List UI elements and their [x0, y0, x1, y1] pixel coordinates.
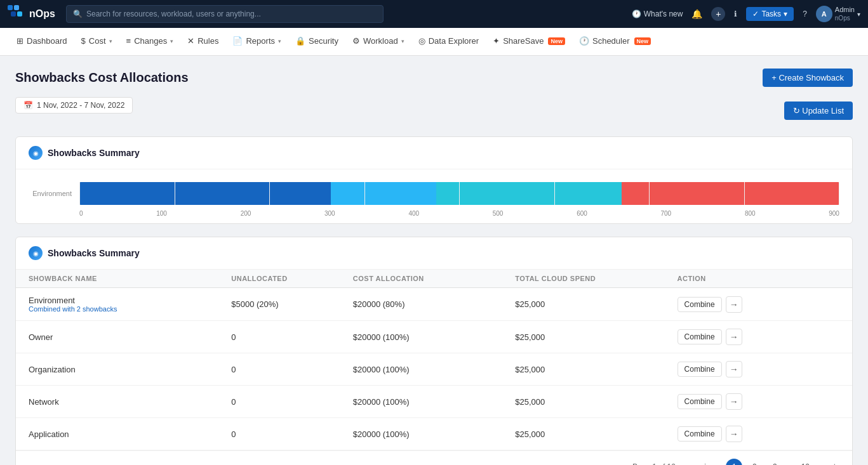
next-button[interactable]: next [817, 461, 839, 465]
x-tick-0: 0 [79, 210, 83, 217]
page-num-3[interactable]: 3 [766, 459, 783, 465]
menu-label-reports: Reports [246, 36, 275, 46]
help-icon: ? [803, 10, 807, 18]
bar-segment-blue [79, 182, 331, 205]
menu-item-security[interactable]: 🔒 Security [289, 28, 345, 56]
x-tick-300: 300 [324, 210, 335, 217]
menu-label-rules: Rules [197, 36, 218, 46]
add-btn[interactable]: + [711, 7, 725, 21]
menu-item-data-explorer[interactable]: ◎ Data Explorer [412, 28, 485, 56]
data-explorer-icon: ◎ [418, 36, 425, 46]
workload-caret: ▾ [401, 38, 404, 44]
x-tick-700: 700 [661, 210, 672, 217]
x-tick-800: 800 [745, 210, 756, 217]
chart-card: ◉ Showbacks Summary Environment [15, 136, 853, 224]
clock-icon: 🕐 [632, 10, 641, 18]
arrow-button-environment[interactable]: → [726, 296, 742, 313]
page-title: Showbacks Cost Allocations [15, 70, 189, 85]
chart-card-header: ◉ Showbacks Summary [16, 137, 852, 169]
bar-segment-red [622, 182, 839, 205]
date-range-selector[interactable]: 📅 1 Nov, 2022 - 7 Nov, 2022 [15, 97, 133, 114]
search-bar[interactable]: 🔍 Search for resources, workload, users … [66, 5, 384, 23]
tasks-icon: ✓ [752, 10, 759, 18]
arrow-button-network[interactable]: → [726, 393, 742, 410]
whats-new-label: What's new [644, 10, 683, 18]
menu-item-sharesave[interactable]: ✦ ShareSave New [486, 28, 571, 56]
menu-item-cost[interactable]: $ Cost ▾ [75, 28, 119, 56]
menu-item-rules[interactable]: ✕ Rules [181, 28, 225, 56]
scheduler-icon: 🕐 [579, 36, 589, 46]
cell-name-owner: Owner [29, 332, 231, 342]
cell-name-organization: Organization [29, 365, 231, 374]
combine-button-application[interactable]: Combine [678, 426, 722, 442]
col-total-cloud-spend: TOTAL CLOUD SPEND [515, 275, 677, 282]
menu-label-dashboard: Dashboard [27, 36, 67, 46]
x-tick-500: 500 [493, 210, 504, 217]
create-showback-button[interactable]: + Create Showback [763, 69, 853, 87]
combine-button-organization[interactable]: Combine [678, 362, 722, 377]
bar-segment-teal [436, 182, 621, 205]
top-navigation: nOps 🔍 Search for resources, workload, u… [0, 0, 868, 28]
cell-cost-application: $20000 (100%) [353, 429, 515, 439]
chart-icon: ◉ [33, 150, 39, 157]
combine-button-environment[interactable]: Combine [678, 297, 722, 312]
arrow-button-owner[interactable]: → [726, 329, 742, 345]
menu-item-reports[interactable]: 📄 Reports ▾ [226, 28, 288, 56]
x-tick-900: 900 [829, 210, 839, 217]
summary-title: Showbacks Summary [48, 248, 140, 258]
svg-rect-3 [17, 11, 22, 16]
cell-action-environment: Combine → [678, 296, 839, 313]
logo[interactable]: nOps [8, 5, 58, 23]
menu-label-workload: Workload [363, 36, 398, 46]
chart-bars [79, 182, 839, 205]
cost-caret: ▾ [109, 38, 112, 44]
menu-label-sharesave: ShareSave [503, 36, 544, 46]
tasks-button[interactable]: ✓ Tasks ▾ [746, 7, 794, 21]
menu-item-scheduler[interactable]: 🕐 Scheduler New [573, 28, 657, 56]
cell-spend-network: $25,000 [515, 397, 677, 407]
help-btn[interactable]: ? [803, 10, 807, 18]
combine-button-owner[interactable]: Combine [678, 329, 722, 344]
user-menu[interactable]: A Admin nOps ▾ [816, 6, 860, 22]
arrow-button-application[interactable]: → [726, 426, 742, 442]
col-action: ACTION [678, 275, 839, 282]
combine-button-network[interactable]: Combine [678, 394, 722, 409]
security-icon: 🔒 [295, 36, 305, 46]
arrow-button-organization[interactable]: → [726, 361, 742, 377]
nav-right-actions: 🕐 What's new 🔔 + ℹ ✓ Tasks ▾ ? A Admin n… [632, 6, 860, 22]
cell-action-network: Combine → [678, 393, 839, 410]
menu-label-changes: Changes [134, 36, 167, 46]
x-tick-400: 400 [408, 210, 419, 217]
table-row: Application 0 $20000 (100%) $25,000 Comb… [16, 418, 852, 450]
info-btn[interactable]: ℹ [734, 10, 737, 18]
page-header: Showbacks Cost Allocations + Create Show… [15, 69, 853, 87]
page-num-2[interactable]: 2 [746, 459, 763, 465]
table-row: Network 0 $20000 (100%) $25,000 Combine … [16, 386, 852, 418]
menu-item-dashboard[interactable]: ⊞ Dashboard [10, 28, 74, 56]
page-num-1[interactable]: 1 [726, 459, 742, 465]
chart-y-label: Environment [29, 190, 79, 197]
changes-icon: ≡ [126, 36, 131, 46]
sharesave-badge: New [548, 37, 565, 45]
summary-icon: ◉ [33, 250, 39, 257]
page-num-10[interactable]: 10 [797, 459, 813, 465]
cell-cost-network: $20000 (100%) [353, 397, 515, 407]
update-list-button[interactable]: ↻ Update List [784, 102, 853, 120]
reports-caret: ▾ [278, 38, 281, 44]
cell-spend-organization: $25,000 [515, 365, 677, 374]
cell-unallocated-owner: 0 [231, 332, 353, 342]
col-cost-allocation: COST ALLOCATION [353, 275, 515, 282]
tasks-label: Tasks [761, 10, 781, 18]
whats-new-btn[interactable]: 🕐 What's new [632, 10, 683, 18]
x-tick-200: 200 [241, 210, 251, 217]
page-dots: ... [787, 462, 793, 465]
dashboard-icon: ⊞ [17, 36, 23, 46]
notification-btn[interactable]: 🔔 [691, 9, 702, 19]
combined-link-environment[interactable]: Combined with 2 showbacks [29, 305, 231, 313]
previous-button[interactable]: previous [686, 461, 722, 465]
search-icon: 🔍 [73, 10, 83, 18]
stacked-bar [79, 182, 839, 205]
menu-item-changes[interactable]: ≡ Changes ▾ [120, 28, 180, 56]
menu-bar: ⊞ Dashboard $ Cost ▾ ≡ Changes ▾ ✕ Rules… [0, 28, 868, 56]
menu-item-workload[interactable]: ⚙ Workload ▾ [346, 28, 411, 56]
